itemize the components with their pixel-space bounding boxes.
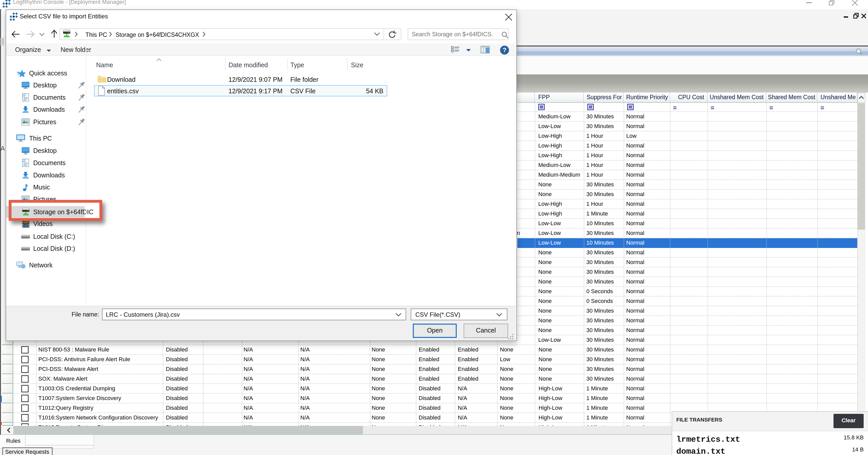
svg-text:?: ? [503, 47, 506, 54]
